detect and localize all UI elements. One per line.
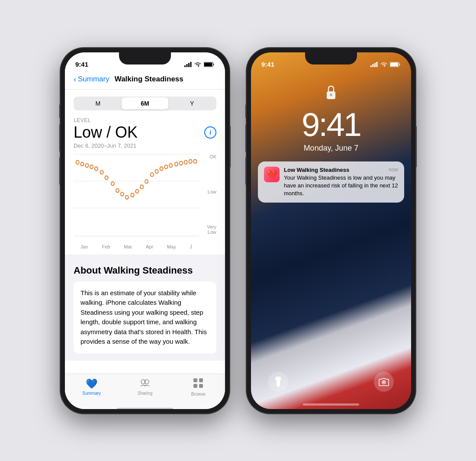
notif-app-icon: ❤️ (264, 167, 280, 182)
mute-button[interactable] (59, 104, 61, 118)
notif-title: Low Walking Steadiness (284, 167, 349, 173)
notification-card[interactable]: ❤️ Low Walking Steadiness now Your Walki… (258, 161, 404, 203)
svg-point-21 (151, 173, 154, 176)
notif-body: Your Walking Steadiness is low and you m… (284, 174, 398, 198)
svg-point-19 (140, 185, 143, 188)
level-value-row: Low / OK i (74, 123, 216, 142)
svg-rect-33 (193, 378, 197, 382)
volume-up-button[interactable] (59, 124, 61, 152)
svg-point-11 (100, 170, 103, 174)
segment-1y[interactable]: Y (168, 97, 215, 110)
grid-line-ok (74, 154, 199, 155)
phone-2-screen: 9:41 (251, 52, 411, 409)
svg-point-23 (160, 167, 163, 170)
mute-button-2[interactable] (245, 104, 247, 118)
svg-point-10 (95, 167, 98, 170)
flashlight-button[interactable] (268, 372, 288, 392)
svg-rect-46 (277, 386, 279, 387)
lock-home-indicator (303, 403, 359, 406)
power-button[interactable] (229, 126, 231, 168)
tab-summary-label: Summary (82, 391, 101, 396)
svg-point-12 (105, 176, 108, 179)
svg-point-28 (184, 160, 187, 164)
svg-rect-35 (193, 384, 197, 388)
notif-heart-icon: ❤️ (267, 169, 277, 180)
svg-point-22 (155, 169, 158, 173)
status-icons-1 (184, 62, 215, 67)
y-label-low: Low (207, 189, 216, 194)
svg-point-24 (164, 165, 167, 168)
level-section: LEVEL Low / OK i Dec 8, 2020–Jun 7, 2021 (65, 117, 225, 149)
segment-6m[interactable]: 6M (122, 97, 169, 110)
tab-summary[interactable]: 💙 Summary (65, 378, 118, 396)
svg-point-7 (80, 162, 84, 165)
volume-down-button[interactable] (59, 157, 61, 185)
grid-line-verylow (74, 208, 199, 208)
chart-x-labels: Jan Feb Mar Apr May J (74, 244, 199, 249)
svg-rect-3 (190, 62, 192, 67)
signal-icon (184, 62, 192, 67)
svg-point-26 (175, 162, 178, 165)
svg-point-9 (90, 165, 93, 168)
nav-title: Walking Steadiness (115, 75, 183, 84)
status-time-1: 9:41 (75, 61, 88, 68)
phone-1: 9:41 (61, 48, 229, 413)
chart-svg (74, 154, 199, 236)
battery-icon (204, 62, 215, 67)
x-label-mar: Mar (124, 244, 132, 249)
volume-down-button-2[interactable] (245, 157, 247, 185)
about-title: About Walking Steadiness (74, 265, 216, 276)
svg-rect-37 (370, 65, 372, 67)
svg-point-29 (189, 159, 192, 163)
lock-status-time: 9:41 (261, 61, 274, 68)
svg-point-6 (76, 160, 79, 164)
svg-rect-40 (376, 62, 378, 67)
svg-point-48 (383, 381, 385, 383)
svg-point-13 (111, 182, 114, 185)
tab-sharing[interactable]: Sharing (118, 378, 171, 396)
svg-rect-1 (187, 64, 188, 67)
svg-rect-2 (188, 63, 190, 67)
tab-bar: 💙 Summary Sharing (65, 374, 225, 409)
svg-point-30 (193, 159, 196, 163)
time-segment-control[interactable]: M 6M Y (74, 97, 216, 110)
info-button[interactable]: i (204, 126, 216, 139)
power-button-2[interactable] (415, 126, 417, 168)
x-label-apr: Apr (146, 244, 153, 249)
chart-y-labels: OK Low VeryLow (207, 154, 216, 236)
x-label-jan: Jan (80, 244, 88, 249)
svg-point-18 (135, 189, 138, 193)
svg-rect-45 (277, 380, 280, 386)
notch-1 (119, 52, 171, 64)
chart-container: OK Low VeryLow Jan Feb Mar Apr May J (74, 154, 216, 249)
lock-date: Monday, June 7 (304, 144, 359, 153)
wifi-icon (194, 62, 201, 67)
lock-status-icons (370, 62, 401, 67)
home-indicator-1 (117, 408, 173, 410)
back-button[interactable]: ‹ Summary (74, 75, 109, 84)
camera-button[interactable] (374, 372, 394, 392)
svg-point-27 (180, 161, 183, 164)
x-label-may: May (167, 244, 176, 249)
lock-screen: 9:41 (251, 52, 411, 409)
back-label[interactable]: Summary (78, 75, 109, 84)
x-label-jun: J (190, 244, 193, 249)
svg-point-15 (121, 192, 124, 196)
grid-line-low (74, 181, 199, 181)
segment-1m[interactable]: M (74, 97, 122, 110)
svg-rect-34 (199, 378, 203, 382)
svg-point-16 (125, 195, 129, 199)
health-content: M 6M Y LEVEL Low / OK i Dec 8, 2020–Jun … (65, 90, 225, 374)
lock-padlock-icon (325, 84, 337, 103)
volume-up-button-2[interactable] (245, 124, 247, 152)
tab-browse[interactable]: Browse (172, 378, 225, 397)
lock-content: 9:41 Monday, June 7 ❤️ Low Walking Stead… (251, 71, 411, 203)
svg-rect-36 (199, 384, 203, 388)
y-label-verylow: VeryLow (207, 224, 216, 235)
svg-rect-0 (184, 65, 186, 67)
lock-battery-icon (390, 62, 401, 67)
notif-header: Low Walking Steadiness now (284, 167, 398, 173)
notif-content: Low Walking Steadiness now Your Walking … (284, 167, 398, 198)
lock-bottom-controls (251, 372, 411, 392)
back-chevron-icon: ‹ (74, 75, 76, 84)
